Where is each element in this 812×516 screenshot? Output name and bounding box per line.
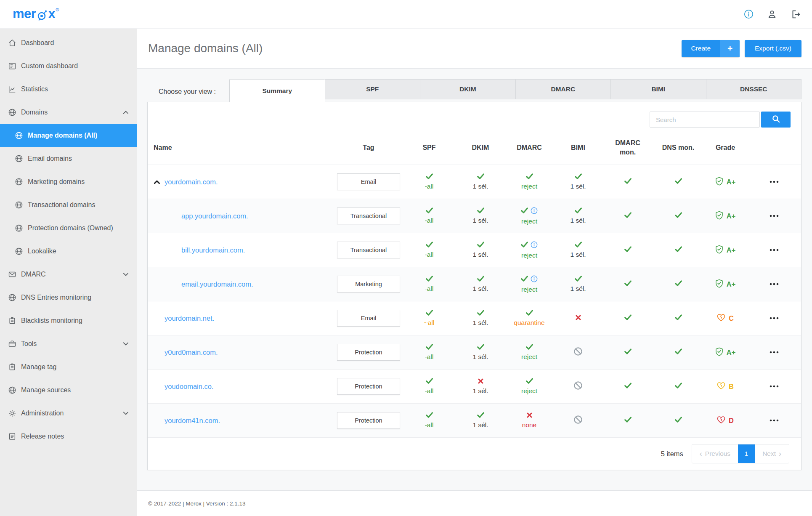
row-actions-button[interactable] <box>767 348 782 356</box>
row-actions-button[interactable] <box>767 417 782 424</box>
tab-dnssec[interactable]: DNSSEC <box>706 79 802 99</box>
collapse-caret-icon[interactable] <box>154 180 160 184</box>
dmarc-status-cell: none <box>505 412 554 429</box>
pager: ‹ Previous 1 Next › <box>692 444 789 463</box>
logout-icon[interactable] <box>790 9 801 20</box>
sidebar-item-manage-domains-all[interactable]: Manage domains (All) <box>0 124 137 147</box>
domain-link[interactable]: y0urd0main.com. <box>165 348 218 356</box>
sidebar-item-tools[interactable]: Tools <box>0 332 137 355</box>
row-actions-button[interactable] <box>767 178 782 186</box>
ban-icon <box>573 347 583 358</box>
sidebar-item-blacklists-monitoring[interactable]: Blacklists monitoring <box>0 309 137 332</box>
sidebar-item-transactional-domains[interactable]: Transactional domains <box>0 193 137 216</box>
domain-link[interactable]: email.yourdomain.com. <box>181 280 253 288</box>
row-actions-button[interactable] <box>767 246 782 254</box>
dns-mon-status-cell <box>653 246 703 254</box>
grade-cell: D <box>703 416 747 426</box>
export-csv-button[interactable]: Export (.csv) <box>745 40 801 57</box>
grade-cell: A+ <box>703 279 747 290</box>
row-actions-button[interactable] <box>767 314 782 322</box>
spf-status-cell: -all <box>402 207 456 224</box>
footer: © 2017-2022 | Merox | Version : 2.1.13 <box>137 490 812 516</box>
check-icon <box>675 417 682 424</box>
tag-badge: Transactional <box>337 242 400 258</box>
bimi-status-cell <box>554 314 602 322</box>
check-icon <box>526 173 533 181</box>
search-icon <box>772 114 780 125</box>
tab-dkim[interactable]: DKIM <box>420 79 515 99</box>
sidebar: DashboardCustom dashboardStatisticsDomai… <box>0 29 137 516</box>
spf-status-cell: -all <box>402 173 456 190</box>
table-row: yourdomain.com.Email-all1 sél.reject1 sé… <box>148 165 801 199</box>
grade-cell: B <box>703 382 747 391</box>
sidebar-item-protection-domains-owned[interactable]: Protection domains (Owned) <box>0 216 137 239</box>
info-icon[interactable] <box>743 9 754 19</box>
domain-name-cell: app.yourdomain.com. <box>148 212 335 220</box>
chevron-down-icon <box>123 411 129 415</box>
merox-logo[interactable]: mer x ® <box>13 5 59 23</box>
sidebar-item-release-notes[interactable]: Release notes <box>0 425 137 448</box>
domain-link[interactable]: youdoomain.co. <box>165 383 214 391</box>
check-icon <box>521 276 528 283</box>
row-actions-button[interactable] <box>767 212 782 220</box>
sidebar-item-administration[interactable]: Administration <box>0 402 137 425</box>
sidebar-item-email-domains[interactable]: Email domains <box>0 147 137 170</box>
sidebar-item-lookalike[interactable]: Lookalike <box>0 239 137 263</box>
grade-cell: A+ <box>703 177 747 187</box>
dns-mon-status-cell <box>653 212 703 220</box>
clipboard-icon <box>8 363 17 371</box>
search-input[interactable] <box>650 112 760 128</box>
globe-icon <box>14 178 24 186</box>
domain-link[interactable]: yourdomain.com. <box>165 178 218 186</box>
domain-link[interactable]: app.yourdomain.com. <box>181 212 248 220</box>
tag-badge: Transactional <box>337 207 400 224</box>
tab-bimi[interactable]: BIMI <box>610 79 706 99</box>
domain-link[interactable]: yourdom41n.com. <box>165 417 220 425</box>
sidebar-item-dashboard[interactable]: Dashboard <box>0 31 137 54</box>
pagination: 5 items ‹ Previous 1 Next › <box>148 437 801 470</box>
main-area: Manage domains (All) Create + Export (.c… <box>137 29 812 516</box>
info-icon[interactable] <box>531 275 538 284</box>
sidebar-item-statistics[interactable]: Statistics <box>0 77 137 101</box>
table-row: yourdom41n.com.Protection-all1 sél.noneD <box>148 403 801 437</box>
info-icon[interactable] <box>531 241 538 250</box>
user-icon[interactable] <box>767 9 778 20</box>
dmarc-status-cell: reject <box>505 378 554 395</box>
sidebar-item-custom-dashboard[interactable]: Custom dashboard <box>0 54 137 77</box>
dns-mon-status-cell <box>653 417 703 424</box>
search-button[interactable] <box>761 112 791 128</box>
info-icon[interactable] <box>531 207 538 216</box>
create-button[interactable]: Create + <box>682 40 740 57</box>
x-icon <box>527 412 532 420</box>
tab-dmarc[interactable]: DMARC <box>515 79 611 99</box>
domain-link[interactable]: yourdomain.net. <box>165 314 214 322</box>
sidebar-item-dmarc[interactable]: DMARC <box>0 263 137 286</box>
tab-summary[interactable]: Summary <box>229 79 325 102</box>
tag-badge: Email <box>337 310 400 327</box>
shield-check-icon <box>715 245 723 255</box>
bimi-status-cell <box>554 415 602 426</box>
sidebar-item-marketing-domains[interactable]: Marketing domains <box>0 170 137 193</box>
tab-spf[interactable]: SPF <box>325 79 420 99</box>
pagination-page-1[interactable]: 1 <box>738 444 755 463</box>
view-tabs: SummarySPFDKIMDMARCBIMIDNSSEC <box>229 79 801 102</box>
pagination-next-button[interactable]: Next › <box>755 444 789 463</box>
sidebar-item-manage-sources[interactable]: Manage sources <box>0 378 137 402</box>
check-icon <box>426 344 433 351</box>
pagination-previous-button[interactable]: ‹ Previous <box>692 444 738 463</box>
sidebar-item-dns-entries-monitoring[interactable]: DNS Entries monitoring <box>0 286 137 309</box>
tag-cell: Protection <box>335 344 402 361</box>
row-actions-button[interactable] <box>767 280 782 288</box>
check-icon <box>526 378 533 386</box>
actions-cell <box>747 383 801 390</box>
check-icon <box>624 178 632 186</box>
dmarc-mon-status-cell <box>602 280 653 288</box>
sidebar-item-manage-tag[interactable]: Manage tag <box>0 355 137 378</box>
globe-icon <box>8 386 17 394</box>
sidebar-item-domains[interactable]: Domains <box>0 101 137 124</box>
check-icon <box>477 276 484 283</box>
row-actions-button[interactable] <box>767 383 782 390</box>
check-icon <box>675 383 682 390</box>
chevron-right-icon: › <box>779 450 781 457</box>
domain-link[interactable]: bill.yourdomain.com. <box>181 246 245 254</box>
